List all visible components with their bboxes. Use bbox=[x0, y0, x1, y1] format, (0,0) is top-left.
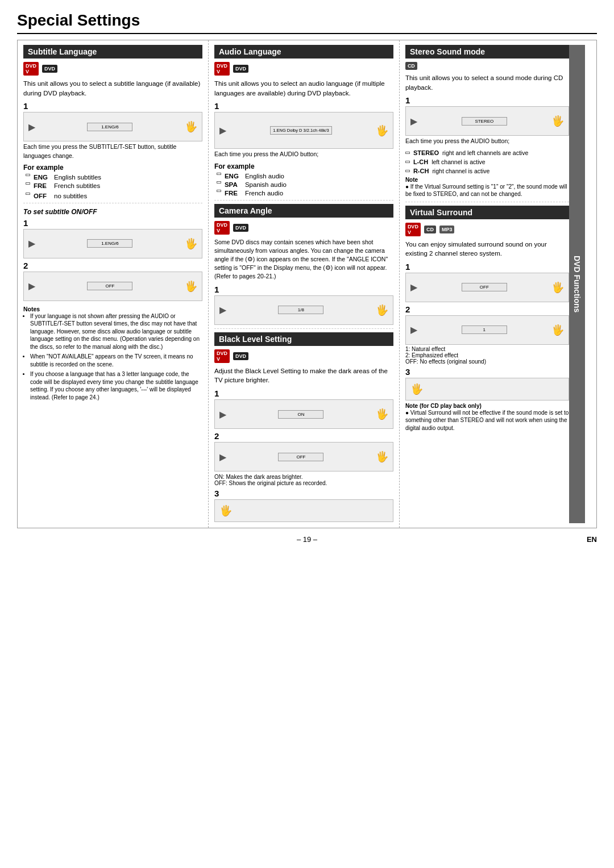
black-step3-img: 🖐 bbox=[214, 499, 393, 522]
virtual-step3-num: 3 bbox=[405, 367, 569, 377]
camera-angle-section: Camera Angle DVDV DVD Some DVD discs may… bbox=[214, 204, 393, 325]
step1b-img: ▶ 1.ENG/6 🖐 bbox=[23, 229, 202, 258]
hand-icon: 🖐 bbox=[185, 120, 197, 133]
virtual-surround-header: Virtual Surround bbox=[405, 206, 569, 219]
subtitle-language-section: Subtitle Language DVDV DVD This unit all… bbox=[23, 45, 202, 199]
subtitle-examples: ENG English subtitles FRE French subtitl… bbox=[26, 174, 202, 199]
virtual-step1-screen: OFF bbox=[462, 283, 507, 291]
audio-spa-desc: Spanish audio bbox=[245, 181, 287, 188]
virtual-step1-num: 1 bbox=[405, 262, 569, 272]
audio-example-spa: SPA Spanish audio bbox=[217, 181, 393, 188]
virtual-icons: DVDV CD MP3 bbox=[405, 223, 569, 236]
step2b-img: ▶ OFF 🖐 bbox=[23, 272, 202, 301]
black-level-section: Black Level Setting DVDV DVD Adjust the … bbox=[214, 332, 393, 522]
step1-img: ▶ 1.ENG/6 🖐 bbox=[23, 112, 202, 141]
stereo-note-body: ● If the Virtual Surround setting is "1"… bbox=[405, 183, 569, 198]
camera-angle-header: Camera Angle bbox=[214, 204, 393, 218]
dvd-functions-tab: DVD Functions bbox=[569, 45, 585, 523]
virtual-caption2: 2: Emphasized effect bbox=[405, 352, 569, 358]
stereo-sound-section: Stereo Sound mode CD This unit allows yo… bbox=[405, 45, 569, 198]
audio-hand-icon: 🖐 bbox=[376, 124, 388, 137]
audio-eng-desc: English audio bbox=[245, 173, 284, 180]
camera-step1-num: 1 bbox=[214, 285, 393, 294]
play-icon-2: ▶ bbox=[28, 238, 35, 249]
virtual-note-body: ● Virtual Surround will not be effective… bbox=[405, 409, 569, 432]
stereo-stereo-desc: right and left channels are active bbox=[442, 149, 528, 156]
stereo-ex-lch: L-CH left channel is active bbox=[405, 158, 569, 165]
step1-num: 1 bbox=[23, 101, 202, 111]
camera-angle-desc: Some DVD discs may contain scenes which … bbox=[214, 238, 393, 281]
language-label: EN bbox=[587, 535, 597, 544]
black-caption1: ON: Makes the dark areas brighter. bbox=[214, 474, 393, 480]
off-badge bbox=[26, 193, 30, 195]
step2b-screen: OFF bbox=[87, 282, 132, 290]
notes-section: Notes If your language is not shown afte… bbox=[23, 306, 202, 402]
stereo-hand-icon: 🖐 bbox=[551, 115, 564, 127]
stereo-note-title: Note bbox=[405, 177, 569, 183]
virtual-hand-icon: 🖐 bbox=[551, 281, 564, 294]
virtual-hand-icon-2: 🖐 bbox=[551, 324, 564, 336]
page-title: Special Settings bbox=[17, 11, 597, 34]
fre-code: FRE bbox=[34, 182, 51, 189]
notes-list: If your language is not shown after pres… bbox=[23, 312, 202, 402]
virtual-play-icon: ▶ bbox=[410, 282, 417, 293]
audio-dvdv-icon: DVDV bbox=[214, 62, 230, 76]
page-number: – 19 – bbox=[297, 535, 317, 544]
audio-icons: DVDV DVD bbox=[214, 62, 393, 76]
black-hand-icon-2: 🖐 bbox=[376, 450, 388, 463]
col-audio-language: Audio Language DVDV DVD This unit allows… bbox=[209, 40, 400, 528]
camera-dvd-icon: DVD bbox=[233, 224, 248, 232]
black-level-icons: DVDV DVD bbox=[214, 349, 393, 363]
stereo-rch-code: R-CH bbox=[413, 168, 429, 174]
audio-step1-num: 1 bbox=[214, 101, 393, 111]
stereo-stereo-badge bbox=[405, 152, 410, 154]
black-step2-img: ▶ OFF 🖐 bbox=[214, 442, 393, 471]
note-2: When "NOT AVAILABLE" appears on the TV s… bbox=[30, 353, 202, 368]
step1b-num: 1 bbox=[23, 218, 202, 228]
audio-fre-badge bbox=[217, 190, 221, 192]
virtual-step2-img: ▶ 1 🖐 bbox=[405, 315, 569, 345]
audio-eng-code: ENG bbox=[225, 173, 242, 180]
audio-step1-block: 1 ▶ 1.ENG Dolby D 3/2.1ch 48k/3 🖐 Each t… bbox=[214, 101, 393, 158]
eng-code: ENG bbox=[34, 174, 51, 181]
dvd-icon: DVD bbox=[42, 65, 57, 73]
subtitle-language-desc: This unit allows you to select a subtitl… bbox=[23, 79, 202, 98]
black-level-header: Black Level Setting bbox=[214, 332, 393, 346]
camera-play-icon: ▶ bbox=[219, 304, 226, 315]
virtual-note-title: Note (for CD play back only) bbox=[405, 403, 569, 409]
camera-dvdv-icon: DVDV bbox=[214, 221, 230, 235]
for-example-label: For example bbox=[23, 164, 202, 172]
stereo-lch-code: L-CH bbox=[413, 158, 428, 165]
audio-fre-desc: French audio bbox=[245, 190, 283, 197]
stereo-sound-header: Stereo Sound mode bbox=[405, 45, 569, 59]
set-subtitle-section: To set subtitle ON/OFF 1 ▶ 1.ENG/6 🖐 2 ▶… bbox=[23, 208, 202, 402]
virtual-surround-section: Virtual Surround DVDV CD MP3 You can enj… bbox=[405, 206, 569, 432]
audio-play-icon: ▶ bbox=[219, 125, 226, 136]
subtitle-language-header: Subtitle Language bbox=[23, 45, 202, 59]
audio-for-example: For example bbox=[214, 162, 393, 170]
audio-language-desc: This unit allows you to select an audio … bbox=[214, 79, 393, 98]
stereo-stereo-code: STEREO bbox=[413, 149, 439, 156]
hand-icon-2: 🖐 bbox=[185, 237, 197, 250]
step1-caption: Each time you press the SUBTITLE/T-SET b… bbox=[23, 143, 202, 160]
virtual-step2-num: 2 bbox=[405, 304, 569, 314]
audio-language-section: Audio Language DVDV DVD This unit allows… bbox=[214, 45, 393, 197]
black-hand-icon-3: 🖐 bbox=[219, 504, 232, 517]
bottom-bar: – 19 – EN bbox=[17, 535, 597, 544]
black-step1-img: ▶ ON 🖐 bbox=[214, 399, 393, 429]
camera-step1-img: ▶ 1/8 🖐 bbox=[214, 295, 393, 325]
col-subtitle-language: Subtitle Language DVDV DVD This unit all… bbox=[18, 40, 209, 528]
black-caption2: OFF: Shows the original picture as recor… bbox=[214, 480, 393, 486]
col3-inner: Stereo Sound mode CD This unit allows yo… bbox=[405, 45, 569, 523]
eng-badge bbox=[26, 174, 30, 176]
example-eng: ENG English subtitles bbox=[26, 174, 202, 181]
audio-spa-badge bbox=[217, 181, 221, 183]
stereo-lch-desc: left channel is active bbox=[432, 158, 486, 165]
step1-block: 1 ▶ 1.ENG/6 🖐 Each time you press the SU… bbox=[23, 101, 202, 160]
set-subtitle-title: To set subtitle ON/OFF bbox=[23, 208, 202, 216]
audio-spa-code: SPA bbox=[225, 181, 242, 188]
audio-eng-badge bbox=[217, 173, 221, 175]
virtual-mp3-icon: MP3 bbox=[439, 226, 455, 233]
col-stereo-virtual: Stereo Sound mode CD This unit allows yo… bbox=[400, 40, 591, 528]
hand-icon-3: 🖐 bbox=[185, 280, 197, 293]
